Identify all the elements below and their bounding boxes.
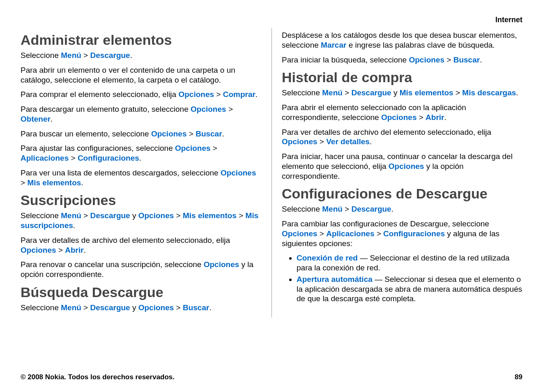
separator: > xyxy=(174,211,183,220)
separator: > xyxy=(374,229,383,238)
text: Para comprar el elemento seleccionado, e… xyxy=(21,90,178,99)
text: Seleccione xyxy=(21,303,61,312)
keyword-apertura-automatica: Apertura automática xyxy=(297,275,373,284)
text: Seleccione xyxy=(21,211,61,220)
para: Para abrir un elemento o ver el contenid… xyxy=(21,65,262,85)
separator: > xyxy=(444,55,453,64)
para: Para iniciar, hacer una pausa, continuar… xyxy=(282,152,522,181)
heading-suscripciones: Suscripciones xyxy=(21,192,262,208)
para: Para cambiar las configuraciones de Desc… xyxy=(282,219,522,248)
heading-busqueda: Búsqueda Descargue xyxy=(21,284,262,300)
para: Para ver detalles de archivo del element… xyxy=(282,127,522,147)
list-item: Apertura automática — Seleccionar si des… xyxy=(297,274,522,304)
keyword-buscar: Buscar xyxy=(453,55,480,64)
text: . xyxy=(222,129,224,138)
keyword-descargue: Descargue xyxy=(90,51,130,60)
para: Para ajustar las configuraciones, selecc… xyxy=(21,143,262,163)
separator: > xyxy=(81,211,90,220)
para: Para buscar un elemento, seleccione Opci… xyxy=(21,129,262,139)
text: y xyxy=(130,211,138,220)
options-list: Conexión de red — Seleccionar el destino… xyxy=(282,253,522,304)
separator: > xyxy=(69,154,78,162)
keyword-opciones: Opciones xyxy=(204,260,239,269)
text: Para iniciar la búsqueda, seleccione xyxy=(282,55,409,64)
keyword-comprar: Comprar xyxy=(223,90,255,99)
para: Para descargar un elemento gratuito, sel… xyxy=(21,104,262,124)
para: Seleccione Menú > Descargue y Opciones >… xyxy=(21,211,262,231)
text: Para descargar un elemento gratuito, sel… xyxy=(21,105,191,113)
page-number: 89 xyxy=(515,373,522,381)
copyright: © 2008 Nokia. Todos los derechos reserva… xyxy=(21,373,175,381)
keyword-opciones: Opciones xyxy=(282,229,318,238)
keyword-opciones: Opciones xyxy=(282,137,318,146)
para: Para ver detalles de archivo del element… xyxy=(21,235,262,255)
keyword-opciones: Opciones xyxy=(138,211,174,220)
text: y xyxy=(391,88,400,97)
separator: > xyxy=(226,105,233,113)
keyword-marcar: Marcar xyxy=(321,41,346,49)
para: Para comprar el elemento seleccionado, e… xyxy=(21,90,262,99)
keyword-mis-elementos: Mis elementos xyxy=(27,178,81,187)
para: Seleccione Menú > Descargue. xyxy=(282,204,522,214)
separator: > xyxy=(343,88,352,97)
text: Para ver detalles de archivo del element… xyxy=(282,128,491,136)
keyword-mis-elementos: Mis elementos xyxy=(183,211,237,220)
keyword-opciones: Opciones xyxy=(21,246,56,254)
text: . xyxy=(209,303,211,312)
section-header: Internet xyxy=(495,16,522,24)
separator: > xyxy=(81,51,90,60)
text: . xyxy=(73,221,75,230)
text: . xyxy=(391,205,393,213)
keyword-mis-elementos: Mis elementos xyxy=(400,88,453,97)
keyword-configuraciones: Configuraciones xyxy=(78,154,139,162)
text: . xyxy=(480,55,482,64)
para: Seleccione Menú > Descargue. xyxy=(21,51,262,60)
text: e ingrese las palabras clave de búsqueda… xyxy=(346,41,495,49)
keyword-menu: Menú xyxy=(322,88,343,97)
keyword-opciones: Opciones xyxy=(409,55,444,64)
keyword-aplicaciones: Aplicaciones xyxy=(21,154,69,162)
heading-configuraciones: Configuraciones de Descargue xyxy=(282,186,522,202)
text: Para buscar un elemento, seleccione xyxy=(21,129,151,138)
text: . xyxy=(370,137,372,146)
text: . xyxy=(255,90,258,99)
text: . xyxy=(84,246,86,254)
keyword-opciones: Opciones xyxy=(178,90,214,99)
keyword-conexion-red: Conexión de red xyxy=(297,254,358,262)
separator: > xyxy=(343,205,352,213)
separator: > xyxy=(56,246,65,254)
keyword-opciones: Opciones xyxy=(175,144,211,152)
keyword-buscar: Buscar xyxy=(196,129,222,138)
separator: > xyxy=(318,137,327,146)
separator: > xyxy=(237,211,246,220)
text: Para cambiar las configuraciones de Desc… xyxy=(282,219,489,228)
separator: > xyxy=(214,90,223,99)
para: Para renovar o cancelar una suscripción,… xyxy=(21,260,262,279)
left-column: Administrar elementos Seleccione Menú > … xyxy=(21,28,272,318)
separator: > xyxy=(21,178,27,187)
para: Para abrir el elemento seleccionado con … xyxy=(282,103,522,122)
text: y xyxy=(130,303,138,312)
separator: > xyxy=(81,303,90,312)
separator: > xyxy=(187,129,196,138)
keyword-opciones: Opciones xyxy=(221,168,256,177)
para: Desplácese a los catálogos desde los que… xyxy=(282,30,522,50)
text: . xyxy=(81,178,83,187)
list-item: Conexión de red — Seleccionar el destino… xyxy=(297,253,522,273)
para: Para ver una lista de elementos descarga… xyxy=(21,168,262,188)
para: Seleccione Menú > Descargue y Opciones >… xyxy=(21,303,262,313)
text: Para ver detalles de archivo del element… xyxy=(21,236,230,244)
para: Seleccione Menú > Descargue y Mis elemen… xyxy=(282,88,522,98)
keyword-opciones: Opciones xyxy=(381,113,417,122)
separator: > xyxy=(211,144,217,152)
keyword-menu: Menú xyxy=(61,303,81,312)
text: Para ajustar las configuraciones, selecc… xyxy=(21,144,175,152)
keyword-descargue: Descargue xyxy=(90,303,130,312)
separator: > xyxy=(174,303,183,312)
keyword-obtener: Obtener xyxy=(21,115,51,123)
text: Seleccione xyxy=(282,205,322,213)
keyword-aplicaciones: Aplicaciones xyxy=(326,229,374,238)
keyword-mis-descargas: Mis descargas xyxy=(462,88,516,97)
separator: > xyxy=(416,113,426,122)
text: Seleccione xyxy=(21,51,61,60)
